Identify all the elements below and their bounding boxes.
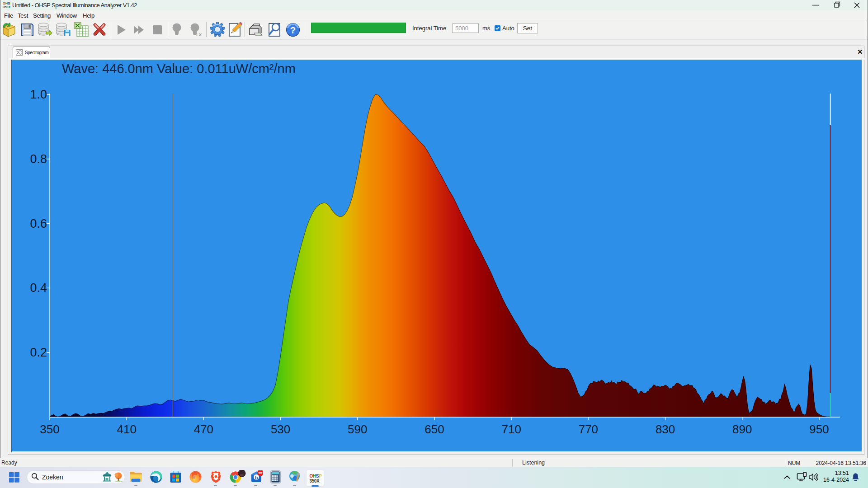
svg-text:350X: 350X: [3, 5, 10, 9]
svg-text:830: 830: [656, 422, 675, 436]
svg-text:410: 410: [117, 422, 137, 436]
svg-text:0.8: 0.8: [30, 152, 47, 166]
svg-text:890: 890: [732, 422, 752, 436]
svg-text:470: 470: [194, 422, 213, 436]
svg-text:OHSP: OHSP: [310, 474, 322, 479]
svg-text:770: 770: [579, 422, 598, 436]
svg-text:350: 350: [40, 422, 59, 436]
svg-text:350X: 350X: [310, 479, 320, 483]
svg-text:710: 710: [502, 422, 521, 436]
svg-text:530: 530: [271, 422, 290, 436]
svg-text:650: 650: [425, 422, 444, 436]
svg-text:b: b: [255, 475, 258, 480]
svg-text:?: ?: [290, 25, 296, 35]
svg-text:0.6: 0.6: [30, 217, 47, 230]
svg-text:590: 590: [348, 422, 367, 436]
svg-text:0.4: 0.4: [30, 281, 47, 295]
svg-text:950: 950: [809, 422, 829, 436]
svg-text:0.2: 0.2: [30, 346, 47, 359]
svg-text:LX: LX: [196, 32, 202, 37]
svg-text:1.0: 1.0: [30, 88, 47, 101]
svg-text:Wave: 446.0nm Value: 0.011uW/c: Wave: 446.0nm Value: 0.011uW/cm²/nm: [62, 61, 296, 76]
